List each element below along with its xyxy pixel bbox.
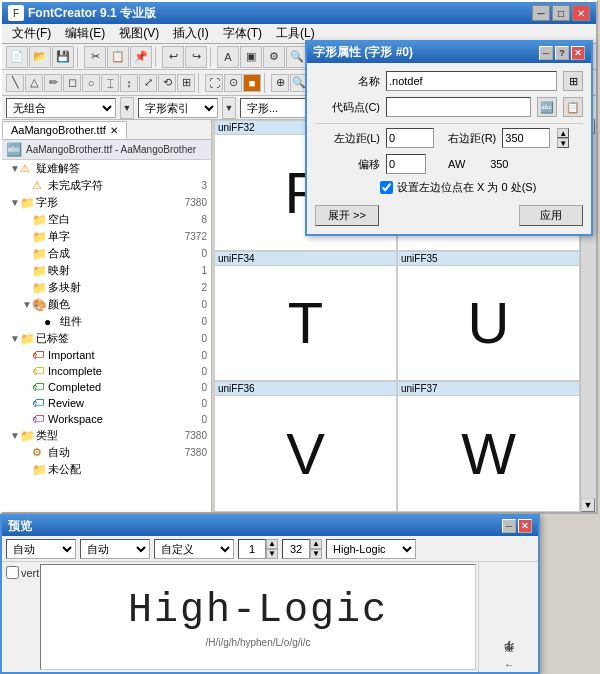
draw-btn-11[interactable]: ⛶ xyxy=(205,74,223,92)
tree-item-incomplete[interactable]: ⚠ 未完成字符 3 xyxy=(2,177,211,194)
set-x-zero-checkbox[interactable] xyxy=(380,181,393,194)
draw-btn-7[interactable]: ↕ xyxy=(120,74,138,92)
glyph-cell-2[interactable]: uniFF34 T xyxy=(214,251,397,382)
preview-combo-2[interactable]: 自动 xyxy=(80,539,150,559)
props-minimize-btn[interactable]: ─ xyxy=(539,46,553,60)
glyph-cell-3[interactable]: uniFF35 U xyxy=(397,251,580,382)
draw-btn-9[interactable]: ⟲ xyxy=(158,74,176,92)
tree-item-single[interactable]: 📁 单字 7372 xyxy=(2,228,211,245)
draw-btn-6[interactable]: ⌶ xyxy=(101,74,119,92)
tree-item-workspace[interactable]: 🏷 Workspace 0 xyxy=(2,411,211,427)
spin-up-1[interactable]: ▲ xyxy=(266,539,278,549)
spin-input-1[interactable] xyxy=(238,539,266,559)
preview-combo-4[interactable]: High-Logic xyxy=(326,539,416,559)
vert-checkbox-label[interactable]: vert xyxy=(6,566,34,579)
tree-item-incomplete-tag[interactable]: 🏷 Incomplete 0 xyxy=(2,363,211,379)
margins-row: 左边距(L) 右边距(R) ▲ ▼ xyxy=(315,128,583,148)
paste-button[interactable]: 📌 xyxy=(130,46,152,68)
draw-btn-12[interactable]: ⊙ xyxy=(224,74,242,92)
index-arrow[interactable]: ▼ xyxy=(222,97,236,119)
menu-insert[interactable]: 插入(I) xyxy=(167,23,214,44)
draw-btn-3[interactable]: ✏ xyxy=(44,74,62,92)
spin-group-1: ▲ ▼ xyxy=(238,539,278,559)
props-close-btn[interactable]: ✕ xyxy=(571,46,585,60)
close-button[interactable]: ✕ xyxy=(572,5,590,21)
new-button[interactable]: 📄 xyxy=(6,46,28,68)
right-input[interactable] xyxy=(502,128,550,148)
tb-btn-1[interactable]: A xyxy=(217,46,239,68)
preview-combo-3[interactable]: 自定义 xyxy=(154,539,234,559)
tb-btn-2[interactable]: ▣ xyxy=(240,46,262,68)
name-icon-btn[interactable]: ⊞ xyxy=(563,71,583,91)
save-button[interactable]: 💾 xyxy=(52,46,74,68)
tree-item-component[interactable]: ● 组件 0 xyxy=(2,313,211,330)
tree-item-composite[interactable]: 📁 合成 0 xyxy=(2,245,211,262)
menu-view[interactable]: 视图(V) xyxy=(113,23,165,44)
maximize-button[interactable]: □ xyxy=(552,5,570,21)
draw-btn-10[interactable]: ⊞ xyxy=(177,74,195,92)
cut-button[interactable]: ✂ xyxy=(84,46,106,68)
right-up-btn[interactable]: ▲ xyxy=(557,128,569,138)
redo-button[interactable]: ↪ xyxy=(185,46,207,68)
open-button[interactable]: 📂 xyxy=(29,46,51,68)
draw-btn-14[interactable]: ⊕ xyxy=(271,74,289,92)
draw-btn-4[interactable]: ◻ xyxy=(63,74,81,92)
tree-item-blank[interactable]: 📁 空白 8 xyxy=(2,211,211,228)
tree-item-review[interactable]: 🏷 Review 0 xyxy=(2,395,211,411)
tree-item-color[interactable]: ▼ 🎨 颜色 0 xyxy=(2,296,211,313)
draw-btn-2[interactable]: △ xyxy=(25,74,43,92)
glyph-tree[interactable]: ▼ ⚠ 疑难解答 ⚠ 未完成字符 3 ▼ 📁 字形 xyxy=(2,160,211,512)
tree-item-tagged[interactable]: ▼ 📁 已标签 0 xyxy=(2,330,211,347)
draw-btn-8[interactable]: ⤢ xyxy=(139,74,157,92)
preview-minimize-btn[interactable]: ─ xyxy=(502,519,516,533)
menu-edit[interactable]: 编辑(E) xyxy=(59,23,111,44)
tree-item-completed[interactable]: 🏷 Completed 0 xyxy=(2,379,211,395)
arrow-icon: ▼ xyxy=(10,333,20,344)
tree-item-multimap[interactable]: 📁 多块射 2 xyxy=(2,279,211,296)
tree-item-important[interactable]: 🏷 Important 0 xyxy=(2,347,211,363)
spin-down-1[interactable]: ▼ xyxy=(266,549,278,559)
code-row: 代码点(C) 🔤 📋 xyxy=(315,97,583,117)
code-icon-btn[interactable]: 🔤 xyxy=(537,97,557,117)
draw-btn-1[interactable]: ╲ xyxy=(6,74,24,92)
draw-btn-13[interactable]: ■ xyxy=(243,74,261,92)
draw-btn-5[interactable]: ○ xyxy=(82,74,100,92)
glyph-cell-5[interactable]: uniFF37 W xyxy=(397,381,580,512)
preview-combo-1[interactable]: 自动 xyxy=(6,539,76,559)
tab-close-icon[interactable]: ✕ xyxy=(110,125,118,136)
tree-label: Completed xyxy=(46,381,201,393)
right-down-btn[interactable]: ▼ xyxy=(557,138,569,148)
minimize-button[interactable]: ─ xyxy=(532,5,550,21)
copy-button[interactable]: 📋 xyxy=(107,46,129,68)
undo-button[interactable]: ↩ xyxy=(162,46,184,68)
group-combo[interactable]: 无组合 xyxy=(6,98,116,118)
checkbox-label: 设置左边位点在 X 为 0 处(S) xyxy=(397,180,536,195)
spin-up-2[interactable]: ▲ xyxy=(310,539,322,549)
preview-close-btn[interactable]: ✕ xyxy=(518,519,532,533)
tb-btn-3[interactable]: ⚙ xyxy=(263,46,285,68)
vert-checkbox[interactable] xyxy=(6,566,19,579)
offset-label: 偏移 xyxy=(315,157,380,172)
index-combo[interactable]: 字形索引 xyxy=(138,98,218,118)
tree-item-type[interactable]: ▼ 📁 类型 7380 xyxy=(2,427,211,444)
menu-file[interactable]: 文件(F) xyxy=(6,23,57,44)
tree-item-mapped[interactable]: 📁 映射 1 xyxy=(2,262,211,279)
spin-down-2[interactable]: ▼ xyxy=(310,549,322,559)
left-input[interactable] xyxy=(386,128,434,148)
tree-item-auto[interactable]: ⚙ 自动 7380 xyxy=(2,444,211,461)
spin-input-2[interactable] xyxy=(282,539,310,559)
tree-item-diagnostics[interactable]: ▼ ⚠ 疑难解答 xyxy=(2,160,211,177)
glyph-cell-4[interactable]: uniFF36 V xyxy=(214,381,397,512)
scroll-down-btn[interactable]: ▼ xyxy=(581,498,595,512)
tree-item-unmatched[interactable]: 📁 未公配 xyxy=(2,461,211,478)
props-help-btn[interactable]: ? xyxy=(555,46,569,60)
expand-button[interactable]: 展开 >> xyxy=(315,205,379,226)
combo-arrow[interactable]: ▼ xyxy=(120,97,134,119)
menu-font[interactable]: 字体(T) xyxy=(217,23,268,44)
name-input[interactable] xyxy=(386,71,557,91)
tree-item-glyphs[interactable]: ▼ 📁 字形 7380 xyxy=(2,194,211,211)
code-icon-btn2[interactable]: 📋 xyxy=(563,97,583,117)
apply-button[interactable]: 应用 xyxy=(519,205,583,226)
font-tab[interactable]: AaMangoBrother.ttf ✕ xyxy=(2,121,127,139)
code-input[interactable] xyxy=(386,97,531,117)
